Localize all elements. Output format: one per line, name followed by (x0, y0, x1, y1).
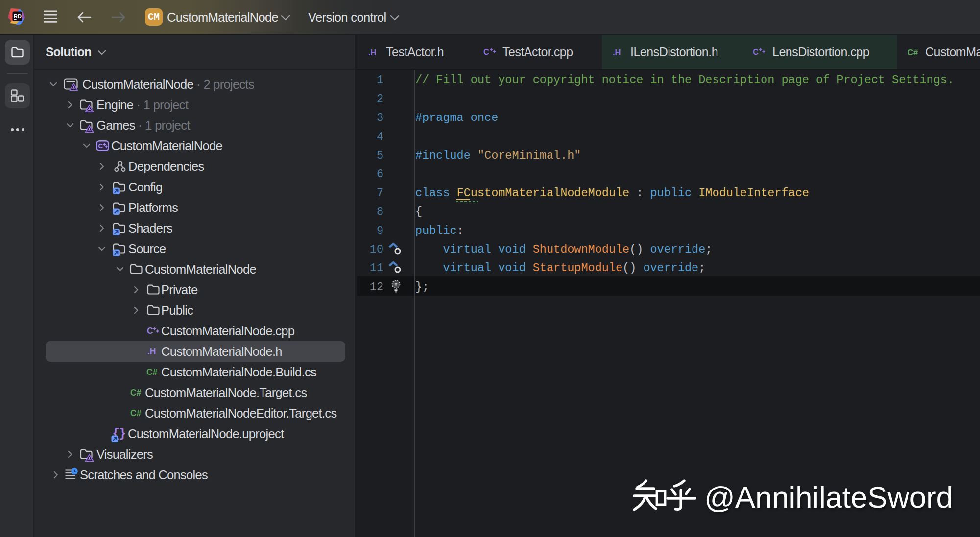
svg-text:}: } (119, 426, 126, 441)
svg-text:C: C (147, 326, 153, 336)
svg-text:RD: RD (14, 13, 22, 19)
svg-text:.H: .H (613, 48, 621, 57)
svg-text:C#: C# (908, 48, 918, 57)
svg-text:.H: .H (147, 347, 156, 356)
svg-text:C#: C# (130, 408, 142, 418)
svg-text:C#: C# (146, 367, 158, 377)
svg-text:C#: C# (130, 388, 142, 397)
svg-text:C: C (98, 142, 103, 150)
svg-text:C: C (753, 47, 759, 56)
svg-text:C: C (483, 47, 489, 56)
svg-text:.H: .H (368, 48, 377, 57)
